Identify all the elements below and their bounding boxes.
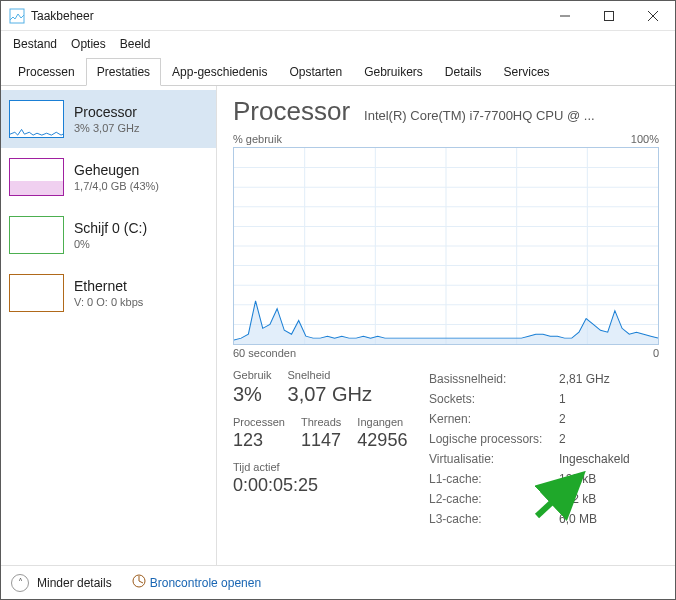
- l2-cache-value: 512 kB: [559, 489, 596, 509]
- performance-sidebar: Processor 3% 3,07 GHz Geheugen 1,7/4,0 G…: [1, 86, 217, 565]
- sidebar-item-label: Ethernet: [74, 278, 143, 294]
- l1-cache-label: L1-cache:: [429, 469, 559, 489]
- usage-value: 3%: [233, 383, 272, 406]
- sidebar-item-sub: V: 0 O: 0 kbps: [74, 296, 143, 308]
- fewer-details-button[interactable]: ˄ Minder details: [11, 574, 112, 592]
- base-speed-value: 2,81 GHz: [559, 369, 610, 389]
- base-speed-label: Basissnelheid:: [429, 369, 559, 389]
- svg-rect-2: [605, 11, 614, 20]
- window-controls: [543, 1, 675, 30]
- tab-services[interactable]: Services: [493, 58, 561, 86]
- content-area: Processor 3% 3,07 GHz Geheugen 1,7/4,0 G…: [1, 86, 675, 565]
- cores-value: 2: [559, 409, 566, 429]
- chart-top-labels: % gebruik 100%: [233, 133, 659, 145]
- processes-value: 123: [233, 430, 285, 451]
- sockets-label: Sockets:: [429, 389, 559, 409]
- logical-processors-label: Logische processors:: [429, 429, 559, 449]
- sidebar-item-sub: 1,7/4,0 GB (43%): [74, 180, 159, 192]
- uptime-label: Tijd actief: [233, 461, 413, 473]
- chevron-up-icon: ˄: [11, 574, 29, 592]
- main-header: Processor Intel(R) Core(TM) i7-7700HQ CP…: [233, 96, 659, 127]
- title-bar[interactable]: Taakbeheer: [1, 1, 675, 31]
- close-button[interactable]: [631, 1, 675, 30]
- sidebar-item-sub: 0%: [74, 238, 147, 250]
- chart-ylabel: % gebruik: [233, 133, 282, 145]
- task-manager-window: Taakbeheer Bestand Opties Beeld Processe…: [0, 0, 676, 600]
- main-panel: Processor Intel(R) Core(TM) i7-7700HQ CP…: [217, 86, 675, 565]
- chart-xlabel-right: 0: [653, 347, 659, 359]
- open-resource-monitor-label: Broncontrole openen: [150, 576, 261, 590]
- maximize-button[interactable]: [587, 1, 631, 30]
- handles-value: 42956: [357, 430, 407, 451]
- fewer-details-label: Minder details: [37, 576, 112, 590]
- threads-value: 1147: [301, 430, 341, 451]
- memory-tile-icon: [9, 158, 64, 196]
- speed-value: 3,07 GHz: [288, 383, 372, 406]
- tab-details[interactable]: Details: [434, 58, 493, 86]
- cpu-tile-icon: [9, 100, 64, 138]
- sidebar-item-disk[interactable]: Schijf 0 (C:) 0%: [1, 206, 216, 264]
- l3-cache-value: 6,0 MB: [559, 509, 597, 529]
- page-title: Processor: [233, 96, 350, 127]
- l2-cache-label: L2-cache:: [429, 489, 559, 509]
- sidebar-item-label: Processor: [74, 104, 139, 120]
- handles-label: Ingangen: [357, 416, 407, 428]
- sockets-value: 1: [559, 389, 566, 409]
- open-resource-monitor-link[interactable]: Broncontrole openen: [132, 574, 261, 591]
- cpu-usage-chart[interactable]: [233, 147, 659, 345]
- minimize-button[interactable]: [543, 1, 587, 30]
- tab-startup[interactable]: Opstarten: [278, 58, 353, 86]
- stats-right: Basissnelheid:2,81 GHz Sockets:1 Kernen:…: [429, 369, 659, 529]
- l3-cache-label: L3-cache:: [429, 509, 559, 529]
- sidebar-item-ethernet[interactable]: Ethernet V: 0 O: 0 kbps: [1, 264, 216, 322]
- chart-ymax: 100%: [631, 133, 659, 145]
- tab-performance[interactable]: Prestaties: [86, 58, 161, 86]
- footer-bar: ˄ Minder details Broncontrole openen: [1, 565, 675, 599]
- chart-bottom-labels: 60 seconden 0: [233, 347, 659, 359]
- sidebar-item-sub: 3% 3,07 GHz: [74, 122, 139, 134]
- cores-label: Kernen:: [429, 409, 559, 429]
- ethernet-tile-icon: [9, 274, 64, 312]
- l1-cache-value: 128 kB: [559, 469, 596, 489]
- threads-label: Threads: [301, 416, 341, 428]
- tab-strip: Processen Prestaties App-geschiedenis Op…: [1, 57, 675, 86]
- cpu-model: Intel(R) Core(TM) i7-7700HQ CPU @ ...: [364, 108, 595, 123]
- menu-options[interactable]: Opties: [65, 35, 112, 53]
- stats-left: Gebruik 3% Snelheid 3,07 GHz Processen 1…: [233, 369, 429, 529]
- processes-label: Processen: [233, 416, 285, 428]
- chart-xlabel-left: 60 seconden: [233, 347, 296, 359]
- menu-view[interactable]: Beeld: [114, 35, 157, 53]
- menu-bar: Bestand Opties Beeld: [1, 31, 675, 57]
- tab-app-history[interactable]: App-geschiedenis: [161, 58, 278, 86]
- resource-monitor-icon: [132, 574, 146, 591]
- tab-users[interactable]: Gebruikers: [353, 58, 434, 86]
- disk-tile-icon: [9, 216, 64, 254]
- logical-processors-value: 2: [559, 429, 566, 449]
- sidebar-item-cpu[interactable]: Processor 3% 3,07 GHz: [1, 90, 216, 148]
- menu-file[interactable]: Bestand: [7, 35, 63, 53]
- virtualization-value: Ingeschakeld: [559, 449, 630, 469]
- speed-label: Snelheid: [288, 369, 372, 381]
- sidebar-item-label: Geheugen: [74, 162, 159, 178]
- window-title: Taakbeheer: [31, 9, 543, 23]
- tab-processes[interactable]: Processen: [7, 58, 86, 86]
- uptime-value: 0:00:05:25: [233, 475, 413, 496]
- stats-area: Gebruik 3% Snelheid 3,07 GHz Processen 1…: [233, 369, 659, 529]
- sidebar-item-label: Schijf 0 (C:): [74, 220, 147, 236]
- app-icon: [9, 8, 25, 24]
- sidebar-item-memory[interactable]: Geheugen 1,7/4,0 GB (43%): [1, 148, 216, 206]
- virtualization-label: Virtualisatie:: [429, 449, 559, 469]
- usage-label: Gebruik: [233, 369, 272, 381]
